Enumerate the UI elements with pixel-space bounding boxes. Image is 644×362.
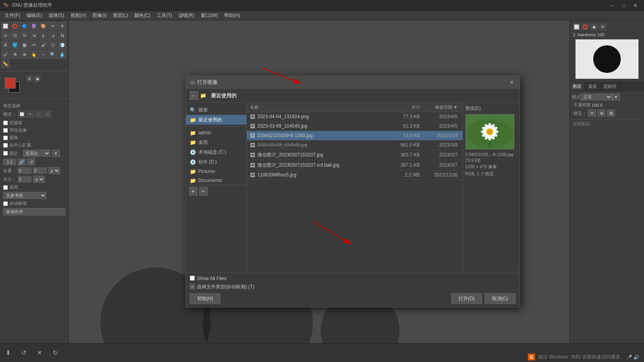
menu-window[interactable]: 窗口(W) (198, 11, 221, 20)
taskbar-download-btn[interactable]: ⬇ (3, 348, 13, 358)
file-row-2[interactable]: 🖼 210402103339-8-1200.jpg 73.9 KB 2023/3… (247, 131, 463, 140)
round-corners-checkbox[interactable] (3, 136, 8, 140)
lock-alpha-btn[interactable]: ⊠ (607, 110, 615, 117)
tool-scissors-select[interactable]: ✂ (48, 22, 57, 30)
file-row-4[interactable]: 🖼 微信图片_20230307153207.jpg 383.7 KB 2023/… (247, 150, 463, 160)
lock-position-btn[interactable]: ⊕ (598, 110, 605, 117)
expand-from-center-checkbox[interactable] (3, 143, 8, 148)
tool-select-by-color[interactable]: 🎨 (39, 22, 48, 30)
tool-extra1[interactable]: ⊞ (26, 76, 33, 82)
guide-select[interactable]: 无参考线 (3, 192, 46, 199)
menu-image[interactable]: 图像(I) (89, 11, 109, 20)
tab-channels[interactable]: 通道 (585, 82, 600, 91)
fixed-dropdown[interactable]: ▾ (52, 150, 60, 157)
menu-layer[interactable]: 图层(L) (110, 11, 131, 20)
tool-extra2[interactable]: ▣ (34, 76, 41, 82)
open-button[interactable]: 打开(O) (451, 293, 482, 304)
menu-view[interactable]: 视图(V) (67, 11, 89, 20)
nav-back-button[interactable]: ← (190, 91, 198, 100)
dialog-close-button[interactable]: ✕ (508, 78, 516, 86)
file-row-0[interactable]: 🖼 2023-04-04_131924.png 77.3 KB 2023/4/5 (247, 112, 463, 121)
collapse-button[interactable]: 收缩合并 (3, 208, 65, 215)
tool-shear[interactable]: ⧖ (39, 31, 48, 40)
tool-ellipse-select[interactable]: ⭕ (11, 22, 19, 30)
col-size[interactable]: 大小 (389, 104, 420, 110)
shape-ellipse[interactable]: ⭕ (582, 23, 589, 30)
mode-dropdown[interactable]: ▾ (612, 93, 620, 100)
show-all-checkbox[interactable] (190, 276, 195, 281)
close-button[interactable]: ✕ (630, 1, 641, 10)
tool-measure[interactable]: 📏 (1, 59, 10, 68)
tool-airbrush[interactable]: 💨 (58, 41, 67, 49)
taskbar-delete-btn[interactable]: ✕ (35, 348, 44, 358)
menu-file[interactable]: 文件(F) (2, 11, 23, 20)
ratio-chain[interactable]: 🔗 (18, 158, 26, 165)
layer-mode-select[interactable]: 正常 (581, 93, 612, 100)
col-name[interactable]: 名称 (250, 104, 389, 110)
file-row-6[interactable]: 🖼 110633MReoS.jpg 2.2 MB 2022/12/26 (247, 170, 463, 180)
shape-rect[interactable]: ⬜ (573, 23, 580, 30)
ratio-button[interactable]: 1:1 (3, 159, 16, 165)
auto-shrink-checkbox[interactable] (3, 201, 8, 206)
tool-text[interactable]: A (1, 41, 10, 49)
tool-blend[interactable]: ▦ (20, 41, 29, 49)
sidebar-item-desktop[interactable]: 📁 桌面 (186, 137, 246, 147)
feather-checkbox[interactable] (3, 128, 8, 133)
tab-paths[interactable]: 宣路径 (600, 82, 620, 91)
tool-color-picker[interactable]: 💧 (58, 50, 67, 59)
file-row-1[interactable]: 🖼 2023-03-09_104545.jpg 61.3 KB 2023/4/5 (247, 121, 463, 131)
sidebar-item-pictures[interactable]: 📁 Pictures (186, 167, 246, 176)
tool-ink[interactable]: 🖊 (1, 50, 10, 59)
tool-perspective[interactable]: ⊿ (48, 31, 57, 40)
lock-pixels-btn[interactable]: ✏ (588, 110, 596, 117)
menu-select[interactable]: 选择(S) (45, 11, 67, 20)
taskbar-redo-btn[interactable]: ↻ (50, 348, 60, 358)
remove-bookmark-button[interactable]: − (199, 187, 208, 195)
pos-unit-select[interactable]: px (48, 167, 60, 174)
menu-color[interactable]: 颜色(C) (131, 11, 154, 20)
mode-intersect[interactable]: ∩ (44, 111, 51, 118)
tool-fuzzy-select[interactable]: 🔮 (30, 22, 38, 30)
maximize-button[interactable]: □ (618, 1, 629, 10)
add-bookmark-button[interactable]: + (189, 187, 198, 195)
size-unit-select[interactable]: px (33, 176, 45, 183)
cancel-button[interactable]: 取消(C) (485, 293, 516, 304)
size-w-input[interactable] (18, 176, 31, 182)
pos-x-input[interactable] (18, 167, 31, 174)
dynamics-icon[interactable]: ✏ (599, 23, 606, 30)
file-type-expand-btn[interactable]: + (190, 284, 195, 290)
tool-bucket-fill[interactable]: 🪣 (11, 41, 19, 49)
tool-heal[interactable]: ✙ (11, 50, 19, 59)
tool-smudge[interactable]: 👆 (30, 50, 38, 59)
highlight-checkbox[interactable] (3, 185, 8, 190)
sidebar-item-d-drive[interactable]: 💿 软件 (D:) (186, 157, 246, 167)
menu-tools[interactable]: 工具(T) (154, 11, 175, 20)
tool-scale[interactable]: ⇲ (30, 31, 38, 40)
fg-color-swatch[interactable] (5, 78, 16, 89)
tool-zoom[interactable]: 🔍 (48, 50, 57, 59)
sidebar-item-c-drive[interactable]: 💿 本地磁盘 (C:) (186, 147, 246, 157)
pos-y-input[interactable] (33, 167, 47, 174)
tool-pencil[interactable]: ✏ (30, 41, 38, 49)
taskbar-undo-btn[interactable]: ↺ (19, 348, 28, 358)
sidebar-item-documents[interactable]: 📁 Documents (186, 176, 246, 185)
tool-rect-select[interactable]: ⬜ (1, 22, 10, 30)
file-row-3[interactable]: 🖼 2023-03-09_104545.jpg 561.0 KB 2023/3/… (247, 140, 463, 150)
tool-paintbrush[interactable]: 🖌 (39, 41, 48, 49)
help-button[interactable]: 帮助(H) (190, 293, 221, 304)
menu-filters[interactable]: 滤镜(R) (175, 11, 198, 20)
sidebar-item-admin[interactable]: 📁 admin (186, 128, 246, 137)
sidebar-item-search[interactable]: 🔍 搜索 (186, 105, 246, 115)
tool-rotate[interactable]: ↻ (20, 31, 29, 40)
tool-move[interactable]: ✛ (58, 22, 67, 30)
tool-flip[interactable]: ⇆ (58, 31, 67, 40)
mode-subtract[interactable]: - (35, 111, 43, 118)
fixed-select[interactable]: 宽高比 (23, 150, 50, 157)
mode-add[interactable]: + (27, 111, 34, 118)
menu-edit[interactable]: 编辑(E) (23, 11, 45, 20)
tool-free-select[interactable]: 🔷 (20, 22, 29, 30)
minimize-button[interactable]: ─ (606, 1, 617, 10)
tool-crop[interactable]: ⊡ (11, 31, 19, 40)
col-date[interactable]: 修改日期 ▼ (420, 104, 459, 110)
shape-diamond[interactable]: ◆ (590, 23, 598, 30)
